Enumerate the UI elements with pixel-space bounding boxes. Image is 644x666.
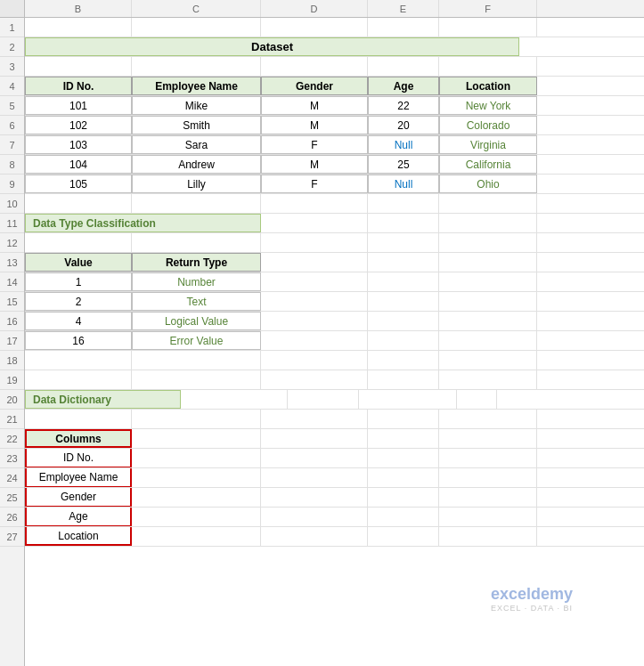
- cell-f13[interactable]: [439, 253, 537, 272]
- cell-e21[interactable]: [368, 410, 439, 428]
- cell-e16[interactable]: [368, 312, 439, 330]
- cell-f14[interactable]: [439, 272, 537, 291]
- dict-row-name[interactable]: Employee Name: [25, 468, 132, 487]
- cell-d11[interactable]: [261, 214, 368, 232]
- cell-age-4[interactable]: 25: [368, 155, 439, 174]
- cell-e15[interactable]: [368, 292, 439, 311]
- cell-age-5[interactable]: Null: [368, 175, 439, 193]
- cell-c22[interactable]: [132, 429, 261, 448]
- cell-d23[interactable]: [261, 449, 368, 467]
- cell-e23[interactable]: [368, 449, 439, 467]
- cell-e20[interactable]: [288, 390, 359, 409]
- cell-f26[interactable]: [439, 508, 537, 526]
- cell-f12[interactable]: [439, 233, 537, 252]
- cell-location-2[interactable]: Colorado: [439, 116, 537, 134]
- cell-b18[interactable]: [25, 351, 132, 370]
- cell-d16[interactable]: [261, 312, 368, 330]
- cell-f23[interactable]: [439, 449, 537, 467]
- cell-c3[interactable]: [132, 57, 261, 76]
- dict-row-id[interactable]: ID No.: [25, 449, 132, 467]
- cell-c18[interactable]: [132, 351, 261, 370]
- cell-f25[interactable]: [439, 488, 537, 507]
- cls-val-2[interactable]: 2: [25, 292, 132, 311]
- cell-e17[interactable]: [368, 331, 439, 350]
- cell-e22[interactable]: [368, 429, 439, 448]
- cell-f18[interactable]: [439, 351, 537, 370]
- cell-location-5[interactable]: Ohio: [439, 175, 537, 193]
- cell-age-3[interactable]: Null: [368, 135, 439, 154]
- cell-d17[interactable]: [261, 331, 368, 350]
- cell-e3[interactable]: [368, 57, 439, 76]
- cell-d1[interactable]: [261, 18, 368, 37]
- cell-c26[interactable]: [132, 508, 261, 526]
- cell-c25[interactable]: [132, 488, 261, 507]
- cell-e14[interactable]: [368, 272, 439, 291]
- cell-f3[interactable]: [439, 57, 537, 76]
- cls-val-4[interactable]: 16: [25, 331, 132, 350]
- cell-c12[interactable]: [132, 233, 261, 252]
- cell-f24[interactable]: [439, 468, 537, 487]
- cell-b1[interactable]: [25, 18, 132, 37]
- cell-b12[interactable]: [25, 233, 132, 252]
- cell-d22[interactable]: [261, 429, 368, 448]
- cell-c27[interactable]: [132, 527, 261, 546]
- cell-c23[interactable]: [132, 449, 261, 467]
- cell-d25[interactable]: [261, 488, 368, 507]
- cell-d26[interactable]: [261, 508, 368, 526]
- cell-f11[interactable]: [439, 214, 537, 232]
- cell-e27[interactable]: [368, 527, 439, 546]
- cell-gender-1[interactable]: M: [261, 96, 368, 115]
- cls-ret-4[interactable]: Error Value: [132, 331, 261, 350]
- cell-gender-2[interactable]: M: [261, 116, 368, 134]
- cell-c24[interactable]: [132, 468, 261, 487]
- cell-e11[interactable]: [368, 214, 439, 232]
- cell-f21[interactable]: [439, 410, 537, 428]
- cell-f15[interactable]: [439, 292, 537, 311]
- cell-name-4[interactable]: Andrew: [132, 155, 261, 174]
- cell-gender-3[interactable]: F: [261, 135, 368, 154]
- cell-d12[interactable]: [261, 233, 368, 252]
- cell-e13[interactable]: [368, 253, 439, 272]
- cell-c19[interactable]: [132, 370, 261, 389]
- cell-name-1[interactable]: Mike: [132, 96, 261, 115]
- cell-f20[interactable]: [359, 390, 457, 409]
- cell-d24[interactable]: [261, 468, 368, 487]
- cell-b3[interactable]: [25, 57, 132, 76]
- cell-e1[interactable]: [368, 18, 439, 37]
- cell-e24[interactable]: [368, 468, 439, 487]
- cell-c1[interactable]: [132, 18, 261, 37]
- cell-e18[interactable]: [368, 351, 439, 370]
- cell-b21[interactable]: [25, 410, 132, 428]
- cell-c10[interactable]: [132, 194, 261, 213]
- cell-f17[interactable]: [439, 331, 537, 350]
- cell-d21[interactable]: [261, 410, 368, 428]
- cell-e19[interactable]: [368, 370, 439, 389]
- cell-name-2[interactable]: Smith: [132, 116, 261, 134]
- cls-ret-3[interactable]: Logical Value: [132, 312, 261, 330]
- cell-gender-5[interactable]: F: [261, 175, 368, 193]
- dict-row-gender[interactable]: Gender: [25, 488, 132, 507]
- cell-d3[interactable]: [261, 57, 368, 76]
- cell-name-3[interactable]: Sara: [132, 135, 261, 154]
- cell-b10[interactable]: [25, 194, 132, 213]
- cell-age-1[interactable]: 22: [368, 96, 439, 115]
- cell-e25[interactable]: [368, 488, 439, 507]
- cell-d15[interactable]: [261, 292, 368, 311]
- cell-f16[interactable]: [439, 312, 537, 330]
- cell-name-5[interactable]: Lilly: [132, 175, 261, 193]
- cell-id-5[interactable]: 105: [25, 175, 132, 193]
- cell-id-2[interactable]: 102: [25, 116, 132, 134]
- dict-row-age[interactable]: Age: [25, 508, 132, 526]
- dict-row-location[interactable]: Location: [25, 527, 132, 546]
- cell-f10[interactable]: [439, 194, 537, 213]
- cell-d27[interactable]: [261, 527, 368, 546]
- cell-e26[interactable]: [368, 508, 439, 526]
- cell-d20[interactable]: [181, 390, 288, 409]
- cls-ret-2[interactable]: Text: [132, 292, 261, 311]
- cell-f1[interactable]: [439, 18, 537, 37]
- cell-location-1[interactable]: New York: [439, 96, 537, 115]
- cell-d18[interactable]: [261, 351, 368, 370]
- cls-val-1[interactable]: 1: [25, 272, 132, 291]
- cell-id-4[interactable]: 104: [25, 155, 132, 174]
- cell-d10[interactable]: [261, 194, 368, 213]
